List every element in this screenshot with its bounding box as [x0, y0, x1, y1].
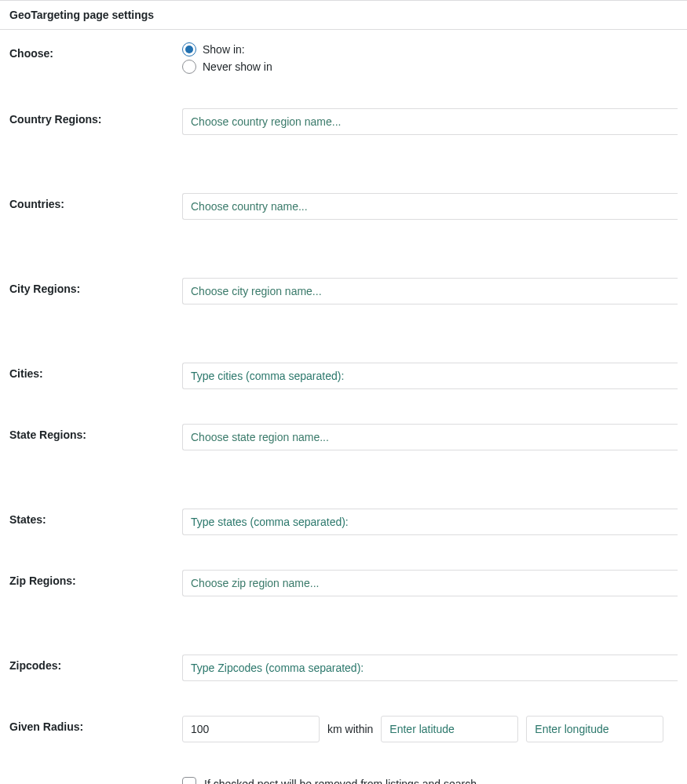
zipcodes-input[interactable] — [182, 655, 678, 681]
radio-never-show-in[interactable]: Never show in — [182, 60, 678, 74]
row-country-regions: Country Regions: Choose country region n… — [0, 96, 687, 135]
countries-label: Countries: — [9, 193, 182, 210]
radio-show-in[interactable]: Show in: — [182, 42, 678, 57]
latitude-input[interactable] — [381, 716, 518, 742]
state-regions-select[interactable]: Choose state region name... — [182, 424, 678, 450]
radius-value-input[interactable] — [182, 716, 320, 742]
row-city-regions: City Regions: Choose city region name... — [0, 265, 687, 304]
remove-post-checkbox[interactable] — [182, 777, 196, 784]
geotargeting-settings-panel: GeoTargeting page settings Choose: Show … — [0, 0, 687, 784]
country-regions-select[interactable]: Choose country region name... — [182, 108, 678, 135]
remove-post-description: If checked post will be removed from lis… — [204, 778, 480, 784]
state-regions-label: State Regions: — [9, 424, 182, 441]
radius-unit-text: km within — [327, 723, 373, 735]
zip-regions-select[interactable]: Choose zip region name... — [182, 570, 678, 596]
countries-select[interactable]: Choose country name... — [182, 193, 678, 220]
row-states: States: — [0, 496, 687, 535]
longitude-input[interactable] — [526, 716, 663, 742]
choose-label: Choose: — [9, 42, 182, 60]
remove-post-label: Remove post: — [9, 777, 182, 784]
radio-icon — [182, 60, 196, 74]
choose-control: Show in: Never show in — [182, 42, 678, 74]
state-regions-placeholder: Choose state region name... — [191, 431, 329, 443]
states-label: States: — [9, 509, 182, 526]
row-choose: Choose: Show in: Never show in — [0, 30, 687, 74]
remove-post-control: If checked post will be removed from lis… — [182, 777, 678, 784]
radius-controls: km within — [182, 716, 678, 742]
choose-radio-group: Show in: Never show in — [182, 42, 678, 74]
states-input[interactable] — [182, 509, 678, 535]
panel-title: GeoTargeting page settings — [0, 1, 687, 30]
city-regions-select[interactable]: Choose city region name... — [182, 278, 678, 304]
row-given-radius: Given Radius: km within — [0, 703, 687, 742]
row-countries: Countries: Choose country name... — [0, 181, 687, 220]
row-zipcodes: Zipcodes: — [0, 642, 687, 681]
row-state-regions: State Regions: Choose state region name.… — [0, 411, 687, 450]
radio-never-show-in-label: Never show in — [203, 60, 272, 73]
zip-regions-label: Zip Regions: — [9, 570, 182, 587]
given-radius-label: Given Radius: — [9, 716, 182, 733]
zipcodes-label: Zipcodes: — [9, 655, 182, 672]
country-regions-placeholder: Choose country region name... — [191, 115, 341, 128]
cities-input[interactable] — [182, 363, 678, 389]
city-regions-placeholder: Choose city region name... — [191, 285, 322, 297]
city-regions-label: City Regions: — [9, 278, 182, 295]
row-remove-post: Remove post: If checked post will be rem… — [0, 764, 687, 784]
row-cities: Cities: — [0, 350, 687, 389]
country-regions-label: Country Regions: — [9, 108, 182, 126]
radio-icon — [182, 42, 196, 57]
countries-placeholder: Choose country name... — [191, 200, 308, 213]
zip-regions-placeholder: Choose zip region name... — [191, 577, 319, 589]
panel-body: Choose: Show in: Never show in Country R… — [0, 30, 687, 784]
radio-show-in-label: Show in: — [203, 43, 245, 56]
cities-label: Cities: — [9, 363, 182, 380]
row-zip-regions: Zip Regions: Choose zip region name... — [0, 557, 687, 596]
